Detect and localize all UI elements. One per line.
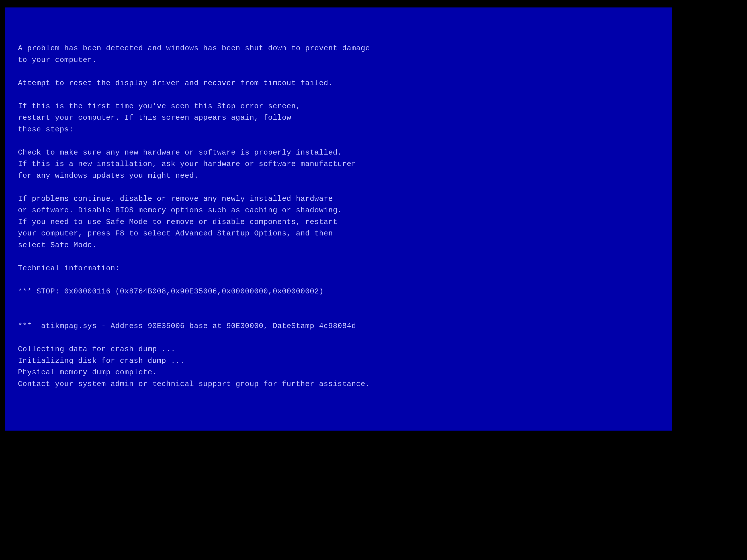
outer-wrapper: A problem has been detected and windows …	[0, 0, 747, 560]
bsod-screen: A problem has been detected and windows …	[5, 7, 672, 431]
bsod-text-content: A problem has been detected and windows …	[18, 20, 659, 390]
